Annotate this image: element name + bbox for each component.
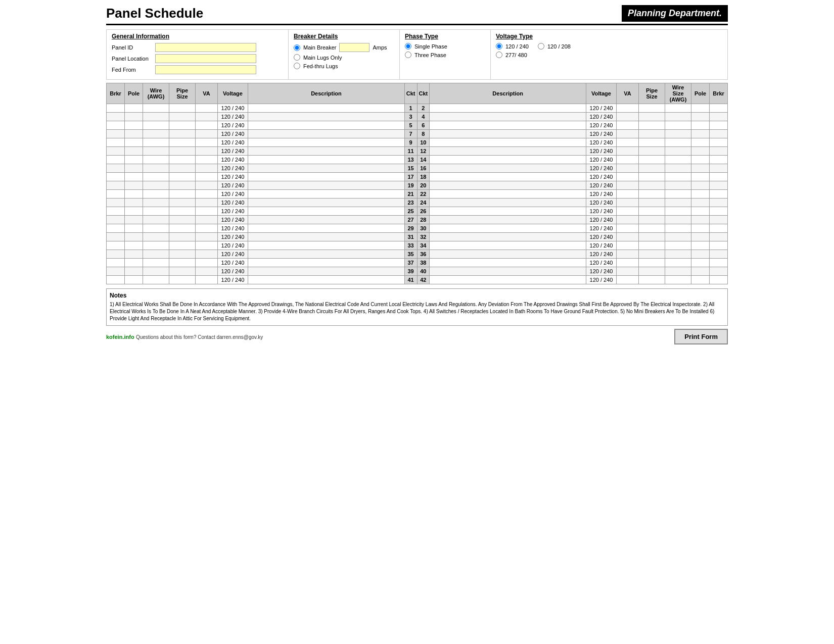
table-cell[interactable]	[710, 173, 728, 181]
table-cell[interactable]	[617, 181, 639, 190]
table-cell[interactable]	[169, 276, 196, 284]
table-cell[interactable]	[125, 121, 143, 130]
table-cell[interactable]	[196, 173, 218, 181]
table-cell[interactable]	[691, 276, 710, 284]
table-cell[interactable]	[430, 190, 586, 199]
table-cell[interactable]	[107, 147, 125, 156]
table-cell[interactable]	[125, 104, 143, 113]
table-cell[interactable]	[430, 233, 586, 241]
table-cell[interactable]	[710, 250, 728, 259]
table-cell[interactable]	[169, 190, 196, 199]
table-cell[interactable]	[710, 113, 728, 121]
table-cell[interactable]	[665, 130, 691, 138]
table-cell[interactable]	[665, 138, 691, 147]
table-cell[interactable]	[665, 121, 691, 130]
table-cell[interactable]	[107, 199, 125, 207]
table-cell[interactable]	[107, 190, 125, 199]
table-cell[interactable]	[665, 241, 691, 250]
table-cell[interactable]	[430, 173, 586, 181]
table-cell[interactable]	[617, 138, 639, 147]
table-cell[interactable]	[169, 241, 196, 250]
table-cell[interactable]	[196, 216, 218, 224]
table-cell[interactable]	[617, 147, 639, 156]
table-cell[interactable]	[639, 199, 665, 207]
table-cell[interactable]	[196, 130, 218, 138]
table-cell[interactable]	[691, 181, 710, 190]
table-cell[interactable]	[691, 173, 710, 181]
table-cell[interactable]	[107, 173, 125, 181]
table-cell[interactable]	[125, 156, 143, 164]
table-cell[interactable]	[143, 138, 169, 147]
table-cell[interactable]	[125, 138, 143, 147]
table-cell[interactable]	[125, 190, 143, 199]
table-cell[interactable]	[169, 224, 196, 233]
table-cell[interactable]	[169, 216, 196, 224]
table-cell[interactable]	[107, 121, 125, 130]
table-cell[interactable]	[107, 216, 125, 224]
table-cell[interactable]	[639, 121, 665, 130]
table-cell[interactable]	[107, 164, 125, 173]
table-cell[interactable]	[617, 113, 639, 121]
table-cell[interactable]	[710, 199, 728, 207]
table-cell[interactable]	[665, 164, 691, 173]
table-cell[interactable]	[639, 190, 665, 199]
table-cell[interactable]	[125, 267, 143, 276]
table-cell[interactable]	[196, 267, 218, 276]
table-cell[interactable]	[248, 241, 405, 250]
table-cell[interactable]	[430, 130, 586, 138]
table-cell[interactable]	[125, 207, 143, 216]
table-cell[interactable]	[617, 224, 639, 233]
table-cell[interactable]	[248, 156, 405, 164]
table-cell[interactable]	[248, 216, 405, 224]
table-cell[interactable]	[710, 267, 728, 276]
table-cell[interactable]	[169, 138, 196, 147]
table-cell[interactable]	[665, 233, 691, 241]
table-cell[interactable]	[196, 233, 218, 241]
table-cell[interactable]	[125, 164, 143, 173]
table-cell[interactable]	[639, 276, 665, 284]
table-cell[interactable]	[107, 233, 125, 241]
table-cell[interactable]	[196, 156, 218, 164]
table-cell[interactable]	[107, 113, 125, 121]
table-cell[interactable]	[691, 164, 710, 173]
table-cell[interactable]	[430, 267, 586, 276]
table-cell[interactable]	[691, 233, 710, 241]
table-cell[interactable]	[691, 241, 710, 250]
table-cell[interactable]	[665, 190, 691, 199]
table-cell[interactable]	[125, 276, 143, 284]
table-cell[interactable]	[248, 267, 405, 276]
table-cell[interactable]	[639, 113, 665, 121]
main-lugs-radio[interactable]	[294, 54, 300, 61]
table-cell[interactable]	[430, 181, 586, 190]
table-cell[interactable]	[125, 250, 143, 259]
table-cell[interactable]	[710, 104, 728, 113]
table-cell[interactable]	[169, 164, 196, 173]
table-cell[interactable]	[617, 121, 639, 130]
table-cell[interactable]	[125, 241, 143, 250]
table-cell[interactable]	[107, 250, 125, 259]
table-cell[interactable]	[430, 224, 586, 233]
table-cell[interactable]	[196, 259, 218, 267]
fed-from-input[interactable]	[155, 65, 256, 74]
table-cell[interactable]	[125, 216, 143, 224]
table-cell[interactable]	[617, 164, 639, 173]
table-cell[interactable]	[710, 207, 728, 216]
table-cell[interactable]	[169, 104, 196, 113]
table-cell[interactable]	[691, 250, 710, 259]
table-cell[interactable]	[691, 207, 710, 216]
table-cell[interactable]	[710, 224, 728, 233]
table-cell[interactable]	[143, 173, 169, 181]
table-cell[interactable]	[710, 147, 728, 156]
table-cell[interactable]	[430, 250, 586, 259]
table-cell[interactable]	[248, 259, 405, 267]
table-cell[interactable]	[107, 241, 125, 250]
table-cell[interactable]	[665, 224, 691, 233]
table-cell[interactable]	[196, 207, 218, 216]
table-cell[interactable]	[143, 267, 169, 276]
table-cell[interactable]	[430, 138, 586, 147]
table-cell[interactable]	[710, 190, 728, 199]
table-cell[interactable]	[710, 259, 728, 267]
table-cell[interactable]	[196, 181, 218, 190]
table-cell[interactable]	[639, 164, 665, 173]
table-cell[interactable]	[691, 121, 710, 130]
